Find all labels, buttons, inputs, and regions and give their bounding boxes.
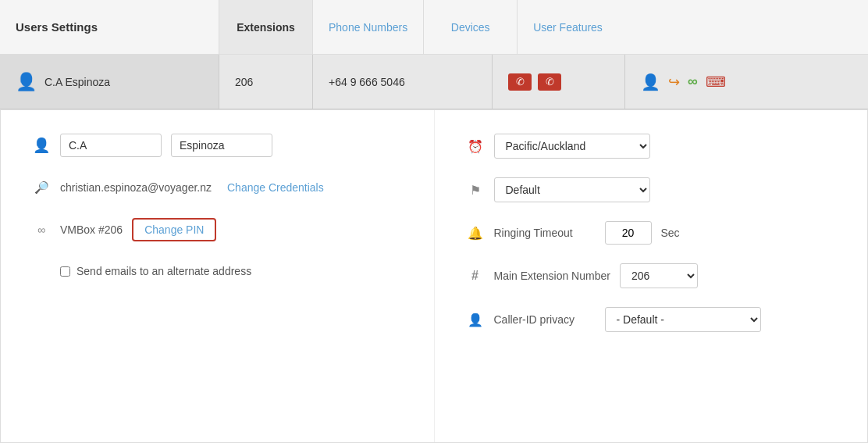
timezone-select[interactable]: Pacific/Auckland <box>494 134 650 159</box>
change-pin-button[interactable]: Change PIN <box>132 218 216 241</box>
credentials-icon: 🔎 <box>32 180 51 195</box>
tab-phone-numbers[interactable]: Phone Numbers <box>312 0 423 54</box>
main-extension-select[interactable]: 206 <box>620 263 698 288</box>
clock-icon: ⏰ <box>466 139 485 154</box>
user-avatar-icon: 👤 <box>16 72 37 92</box>
ringing-timeout-input[interactable] <box>605 221 652 245</box>
caller-id-select[interactable]: - Default - <box>605 307 761 332</box>
ringing-timeout-row: 🔔 Ringing Timeout Sec <box>466 221 837 245</box>
caller-id-icon: 👤 <box>466 313 485 327</box>
user-devices-cell: ✆ ✆ <box>492 55 624 109</box>
send-email-label: Send emails to an alternate address <box>76 265 251 277</box>
tab-user-features[interactable]: User Features <box>517 0 618 54</box>
caller-id-row: 👤 Caller-ID privacy - Default - <box>466 307 837 332</box>
first-name-input[interactable] <box>60 134 162 157</box>
user-row: 👤 C.A Espinoza 206 +64 9 666 5046 ✆ ✆ 👤 … <box>0 55 868 109</box>
user-name-cell: 👤 C.A Espinoza <box>0 55 219 109</box>
left-panel: 👤 🔎 christian.espinoza@voyager.nz Change… <box>1 110 435 442</box>
change-credentials-link[interactable]: Change Credentials <box>227 181 324 194</box>
voicemail-icon: ∞ <box>32 223 51 236</box>
main-content: 👤 🔎 christian.espinoza@voyager.nz Change… <box>0 109 868 443</box>
hash-icon: # <box>466 269 485 283</box>
user-features-cell: 👤 ↪ ∞ ⌨ <box>624 55 868 109</box>
user-extension-cell: 206 <box>219 55 312 109</box>
main-extension-label: Main Extension Number <box>494 270 610 282</box>
feature-forward-icon[interactable]: ↪ <box>668 73 680 91</box>
tab-devices[interactable]: Devices <box>423 0 517 54</box>
feature-voicemail-icon[interactable]: ∞ <box>688 73 698 90</box>
email-row: 🔎 christian.espinoza@voyager.nz Change C… <box>32 180 403 195</box>
feature-screen-icon[interactable]: ⌨ <box>706 73 726 91</box>
caller-id-label: Caller-ID privacy <box>494 313 596 326</box>
email-text: christian.espinoza@voyager.nz <box>60 181 212 194</box>
flag-icon: ⚑ <box>466 183 485 198</box>
user-name: C.A Espinoza <box>44 76 110 88</box>
user-extension: 206 <box>235 76 253 88</box>
page-title: Users Settings <box>0 0 219 54</box>
flag-row: ⚑ Default <box>466 177 837 202</box>
last-name-input[interactable] <box>171 134 272 157</box>
device-phone-icon-2[interactable]: ✆ <box>538 73 561 91</box>
tab-extensions[interactable]: Extensions <box>219 0 312 54</box>
tab-bar: Users Settings Extensions Phone Numbers … <box>0 0 868 55</box>
bell-icon: 🔔 <box>466 226 485 241</box>
user-phone-cell: +64 9 666 5046 <box>312 55 492 109</box>
person-icon: 👤 <box>32 137 51 154</box>
vmbox-text: VMBox #206 <box>60 223 123 236</box>
device-phone-icon-1[interactable]: ✆ <box>508 73 532 91</box>
users-settings-label: Users Settings <box>16 20 98 34</box>
feature-user-icon[interactable]: 👤 <box>641 73 660 91</box>
send-email-row: Send emails to an alternate address <box>60 265 403 277</box>
seconds-label: Sec <box>661 227 680 239</box>
name-row: 👤 <box>32 134 403 157</box>
flag-select[interactable]: Default <box>494 177 650 202</box>
vmbox-row: ∞ VMBox #206 Change PIN <box>32 218 403 241</box>
main-extension-row: # Main Extension Number 206 <box>466 263 837 288</box>
right-panel: ⏰ Pacific/Auckland ⚑ Default 🔔 Ringing T… <box>435 110 868 442</box>
send-email-checkbox[interactable] <box>60 266 70 277</box>
user-phone: +64 9 666 5046 <box>329 76 405 88</box>
ringing-timeout-label: Ringing Timeout <box>494 227 596 239</box>
timezone-row: ⏰ Pacific/Auckland <box>466 134 837 159</box>
